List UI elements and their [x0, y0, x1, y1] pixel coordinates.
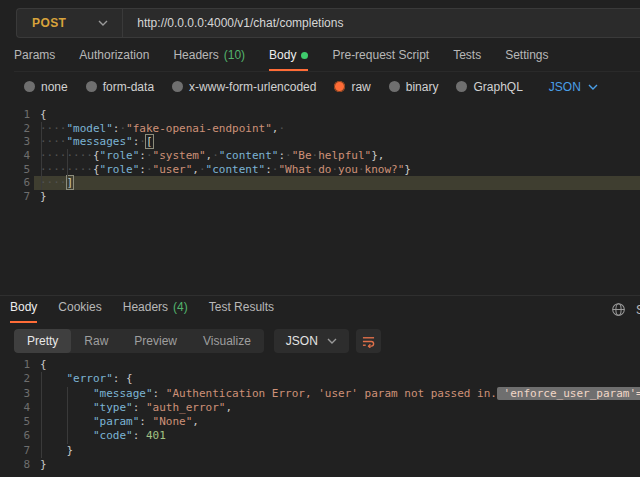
- tab-label: Body: [269, 48, 296, 62]
- tab-authorization[interactable]: Authorization: [79, 45, 149, 71]
- tab-body[interactable]: Body: [269, 45, 308, 71]
- code-text: }: [30, 444, 640, 458]
- view-mode-segments: PrettyRawPreviewVisualize: [14, 329, 264, 353]
- code-line[interactable]: 8}: [0, 458, 640, 472]
- code-line[interactable]: 4········{"role":·"system",·"content":·"…: [0, 149, 640, 163]
- wrap-text-button[interactable]: [356, 329, 381, 353]
- line-number: 3: [0, 387, 30, 401]
- view-mode-raw[interactable]: Raw: [71, 329, 121, 353]
- tab-tests[interactable]: Tests: [453, 45, 481, 71]
- code-line[interactable]: 5 "param": "None",: [0, 415, 640, 429]
- tab-label: Body: [10, 300, 37, 314]
- response-tab-test-results[interactable]: Test Results: [209, 296, 274, 323]
- radio-icon: [86, 81, 97, 92]
- response-tab-cookies[interactable]: Cookies: [58, 296, 101, 323]
- view-mode-pretty[interactable]: Pretty: [14, 329, 71, 353]
- line-number: 2: [0, 372, 30, 386]
- tab-params[interactable]: Params: [14, 45, 55, 71]
- indent-guide: [67, 387, 68, 444]
- view-mode-preview[interactable]: Preview: [121, 329, 190, 353]
- body-mode-form-data[interactable]: form-data: [86, 80, 154, 94]
- radio-icon: [389, 81, 400, 92]
- line-number: 8: [0, 458, 30, 472]
- code-line[interactable]: 6 "code": 401: [0, 429, 640, 443]
- method-selector[interactable]: POST: [17, 16, 76, 30]
- code-line[interactable]: 4 "type": "auth_error",: [0, 401, 640, 415]
- line-number: 2: [0, 122, 30, 136]
- tab-settings[interactable]: Settings: [505, 45, 548, 71]
- radio-icon: [24, 81, 35, 92]
- code-line[interactable]: 7 }: [0, 444, 640, 458]
- code-text: ····]: [30, 176, 640, 190]
- code-text: ····"messages":·[: [30, 135, 640, 149]
- code-line[interactable]: 1{: [0, 358, 640, 372]
- radio-label: raw: [351, 80, 370, 94]
- code-text: ········{"role":·"user",·"content":·"Wha…: [30, 163, 640, 177]
- code-text: "message": "Authentication Error, 'user'…: [30, 387, 640, 401]
- request-url-bar: POST http://0.0.0.0:4000/v1/chat/complet…: [16, 8, 640, 38]
- tab-label: Cookies: [58, 300, 101, 314]
- radio-label: GraphQL: [473, 80, 522, 94]
- body-language-label: JSON: [549, 80, 581, 94]
- chevron-down-icon: [588, 84, 598, 90]
- tab-label: Pre-request Script: [332, 48, 429, 62]
- active-tab-underline: [269, 69, 308, 71]
- text-wrap-icon: [361, 335, 376, 348]
- status-text-clipped: S: [636, 303, 640, 317]
- line-number: 3: [0, 135, 30, 149]
- code-text: ········{"role":·"system",·"content":·"B…: [30, 149, 640, 163]
- response-panel: BodyCookiesHeaders(4)Test Results S Pret…: [0, 295, 640, 477]
- line-number: 5: [0, 163, 30, 177]
- body-mode-raw[interactable]: raw: [334, 80, 370, 94]
- indent-guide: [67, 149, 68, 176]
- code-line[interactable]: 1{: [0, 108, 640, 122]
- globe-icon[interactable]: [611, 302, 636, 317]
- code-line[interactable]: 6····]: [0, 176, 640, 190]
- view-mode-visualize[interactable]: Visualize: [190, 329, 264, 353]
- green-dot-icon: [301, 52, 308, 59]
- body-mode-x-www-form-urlencoded[interactable]: x-www-form-urlencoded: [172, 80, 316, 94]
- line-number: 4: [0, 149, 30, 163]
- code-line[interactable]: 2 "error": {: [0, 372, 640, 386]
- active-tab-underline: [10, 321, 37, 323]
- line-number: 1: [0, 358, 30, 372]
- code-line[interactable]: 7}: [0, 190, 640, 204]
- body-mode-binary[interactable]: binary: [389, 80, 439, 94]
- radio-label: form-data: [103, 80, 154, 94]
- radio-label: binary: [406, 80, 439, 94]
- code-line[interactable]: 5········{"role":·"user",·"content":·"Wh…: [0, 163, 640, 177]
- radio-icon: [334, 81, 345, 92]
- indent-guide: [41, 122, 42, 191]
- chevron-down-icon: [327, 338, 337, 344]
- tab-label: Headers: [123, 300, 168, 314]
- code-text: ····"model":·"fake-openai-endpoint",·: [30, 122, 640, 136]
- response-tab-headers[interactable]: Headers(4): [123, 296, 188, 323]
- tab-count-badge: (10): [224, 48, 245, 62]
- response-tab-body[interactable]: Body: [10, 296, 37, 323]
- code-text: }: [30, 458, 640, 472]
- code-text: "error": {: [30, 372, 640, 386]
- body-mode-none[interactable]: none: [24, 80, 68, 94]
- response-language-select[interactable]: JSON: [274, 329, 349, 353]
- tab-pre-request-script[interactable]: Pre-request Script: [332, 45, 429, 71]
- chevron-down-icon[interactable]: [76, 20, 122, 26]
- url-input[interactable]: http://0.0.0.0:4000/v1/chat/completions: [123, 16, 343, 30]
- response-language-label: JSON: [286, 334, 318, 348]
- body-mode-row: noneform-datax-www-form-urlencodedrawbin…: [24, 72, 640, 101]
- code-line[interactable]: 3 "message": "Authentication Error, 'use…: [0, 387, 640, 401]
- line-number: 6: [0, 176, 30, 190]
- line-number: 5: [0, 415, 30, 429]
- code-text: }: [30, 190, 640, 204]
- response-body-viewer[interactable]: 1{2 "error": {3 "message": "Authenticati…: [0, 353, 640, 473]
- code-text: "code": 401: [30, 429, 640, 443]
- tab-label: Test Results: [209, 300, 274, 314]
- body-language-select[interactable]: JSON: [549, 80, 598, 94]
- request-body-editor[interactable]: 1{2····"model":·"fake-openai-endpoint",·…: [0, 104, 640, 296]
- code-text: {: [30, 108, 640, 122]
- tab-label: Params: [14, 48, 55, 62]
- tab-headers[interactable]: Headers(10): [173, 45, 245, 71]
- code-line[interactable]: 2····"model":·"fake-openai-endpoint",·: [0, 122, 640, 136]
- code-line[interactable]: 3····"messages":·[: [0, 135, 640, 149]
- tab-label: Authorization: [79, 48, 149, 62]
- body-mode-graphql[interactable]: GraphQL: [456, 80, 522, 94]
